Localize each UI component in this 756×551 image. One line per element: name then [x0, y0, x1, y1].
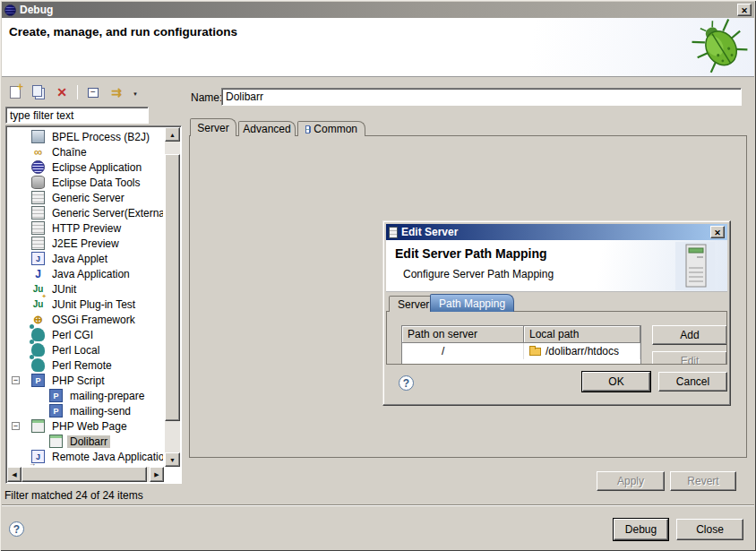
tree-item-label: Generic Server(External La: [49, 207, 163, 220]
cancel-label: Cancel: [676, 375, 709, 388]
configurations-toolbar: [5, 82, 141, 103]
window-close-button[interactable]: [737, 4, 752, 16]
tree-item-label: PHP Web Page: [49, 420, 130, 433]
filter-button[interactable]: [107, 82, 126, 102]
column-header-local-path[interactable]: Local path: [524, 326, 640, 343]
generic-server-icon: [31, 237, 45, 250]
tree-item-label: Eclipse Data Tools: [49, 176, 143, 189]
php-script-icon: [31, 374, 45, 387]
tree-item[interactable]: JUnit: [8, 281, 163, 297]
tree-item[interactable]: J2EE Preview: [8, 236, 163, 251]
tree-item[interactable]: JUnit Plug-in Test: [8, 297, 163, 312]
edit-mapping-button[interactable]: Edit: [652, 351, 727, 365]
scroll-left-icon[interactable]: [7, 467, 21, 482]
database-icon: [31, 176, 45, 189]
tree-item[interactable]: HTTP Preview: [8, 220, 163, 236]
dialog-tab-path-mapping-label: Path Mapping: [439, 297, 505, 310]
tree-item-label: J2EE Preview: [49, 237, 122, 250]
junit-plugin-icon: [31, 297, 45, 311]
chain-icon: [31, 145, 45, 159]
window-title: Debug: [20, 4, 53, 16]
collapse-all-button[interactable]: [83, 82, 103, 102]
php-web-page-icon: [31, 419, 45, 433]
tree-item[interactable]: Java Application: [8, 266, 163, 281]
tree-item-label: HTTP Preview: [49, 222, 124, 235]
dialog-close-button[interactable]: [710, 226, 725, 238]
column-header-path-on-server[interactable]: Path on server: [402, 326, 524, 343]
name-label: Name:: [191, 91, 222, 104]
tree-item[interactable]: BPEL Process (B2J): [8, 129, 163, 144]
edit-server-titlebar: Edit Server: [386, 224, 727, 240]
tree-item[interactable]: mailing-prepare: [8, 388, 163, 403]
name-input[interactable]: [221, 88, 742, 106]
table-row[interactable]: / /dolibarr/htdocs: [402, 343, 640, 359]
expand-toggle[interactable]: [12, 376, 20, 384]
new-configuration-icon: [10, 86, 21, 99]
close-label: Close: [696, 523, 724, 536]
tree-item-label: JUnit: [49, 283, 79, 296]
window-titlebar: Debug: [2, 2, 754, 18]
perl-icon: [31, 358, 45, 372]
new-configuration-button[interactable]: [5, 82, 25, 102]
close-button[interactable]: Close: [676, 519, 743, 540]
tree-item-label: BPEL Process (B2J): [49, 131, 152, 143]
tree-item-label: Eclipse Application: [49, 161, 144, 174]
apply-button[interactable]: Apply: [597, 471, 665, 491]
expand-toggle[interactable]: [12, 422, 20, 430]
tree-item[interactable]: Generic Server(External La: [8, 205, 163, 220]
tab-advanced-label: Advanced: [243, 123, 290, 135]
cancel-button[interactable]: Cancel: [658, 372, 727, 392]
help-button[interactable]: [9, 521, 24, 537]
java-application-icon: [31, 267, 45, 280]
scroll-up-icon[interactable]: [165, 127, 180, 142]
tree-item[interactable]: Remote Java Application: [8, 449, 163, 464]
ok-button[interactable]: OK: [582, 372, 650, 392]
tree-item[interactable]: Eclipse Data Tools: [8, 175, 163, 190]
tree-item[interactable]: Generic Server: [8, 190, 163, 205]
revert-button[interactable]: Revert: [670, 471, 736, 491]
dialog-help-button[interactable]: [399, 375, 414, 391]
debug-button[interactable]: Debug: [614, 519, 668, 540]
path-mapping-panel: Path on server Local path / /dolibarr/ht…: [386, 311, 727, 365]
eclipse-application-icon: [31, 160, 45, 174]
tab-server[interactable]: Server: [190, 118, 236, 136]
local-path-cell: /dolibarr/htdocs: [524, 343, 640, 359]
header-banner: Create, manage, and run configurations: [2, 18, 754, 77]
filter-icon: [111, 85, 122, 99]
tab-advanced[interactable]: Advanced: [238, 121, 296, 136]
vertical-scroll-thumb[interactable]: [165, 154, 180, 421]
configurations-tree: BPEL Process (B2J) Chaîne Eclipse Applic…: [5, 125, 182, 484]
add-label: Add: [680, 329, 699, 341]
tree-item[interactable]: PHP Script: [8, 373, 163, 388]
tab-common[interactable]: Common: [297, 121, 365, 136]
tree-item[interactable]: Perl Remote: [8, 357, 163, 373]
tree-item[interactable]: mailing-send: [8, 403, 163, 418]
tree-vertical-scrollbar[interactable]: [165, 127, 180, 467]
generic-server-icon: [31, 206, 45, 220]
toolbar-separator: [77, 85, 78, 99]
tree-item-label: JUnit Plug-in Test: [49, 298, 138, 311]
tree-item[interactable]: Java Applet: [8, 251, 163, 266]
tree-item[interactable]: PHP Web Page: [8, 418, 163, 434]
filter-menu-button[interactable]: [130, 82, 141, 102]
scroll-down-icon[interactable]: [165, 452, 180, 467]
delete-icon: [56, 85, 67, 99]
tree-item[interactable]: Eclipse Application: [8, 159, 163, 175]
tree-item[interactable]: Dolibarr: [8, 434, 163, 449]
generic-server-icon: [31, 191, 45, 204]
scroll-right-icon[interactable]: [150, 467, 164, 482]
filter-input[interactable]: [5, 107, 149, 124]
horizontal-scroll-thumb[interactable]: [21, 467, 147, 482]
tree-item-label: Generic Server: [49, 192, 127, 204]
delete-configuration-button[interactable]: [52, 82, 72, 102]
tree-horizontal-scrollbar[interactable]: [7, 467, 164, 482]
tree-item[interactable]: Chaîne: [8, 144, 163, 159]
close-icon: [741, 4, 748, 16]
dialog-tab-path-mapping[interactable]: Path Mapping: [430, 294, 514, 312]
add-mapping-button[interactable]: Add: [652, 325, 727, 345]
tree-item-label: Java Applet: [49, 253, 110, 265]
dialog-button-bar: OK Cancel: [386, 365, 727, 402]
duplicate-configuration-button[interactable]: [29, 82, 48, 102]
tree-item-label: mailing-send: [67, 405, 133, 418]
tree-item-label: Chaîne: [49, 146, 90, 159]
